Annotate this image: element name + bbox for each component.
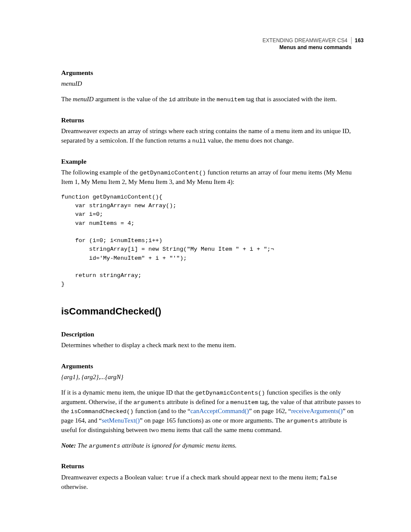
code-inline: arguments — [286, 418, 318, 424]
argument-ref: menuID — [73, 96, 93, 103]
xref-setmenutext[interactable]: setMenuText() — [102, 417, 140, 424]
function-heading: isCommandChecked() — [61, 305, 364, 318]
text-span: The — [61, 96, 73, 103]
example-intro: The following example of the getDynamicC… — [61, 168, 364, 187]
code-inline: true — [165, 475, 179, 481]
code-inline: menuitem — [217, 96, 245, 103]
xref-receivearguments[interactable]: receiveArguments() — [291, 408, 343, 414]
heading-returns: Returns — [61, 115, 364, 125]
returns-paragraph: Dreamweaver expects an array of strings … — [61, 127, 364, 146]
document-page: EXTENDING DREAMWEAVER CS4 163 Menus and … — [0, 0, 411, 532]
page-content: Arguments menuID The menuID argument is … — [61, 68, 364, 492]
heading-example: Example — [61, 157, 364, 166]
code-inline: arguments — [89, 443, 120, 449]
code-inline: getDynamicContent() — [140, 170, 206, 176]
text-span: ” on page 162, “ — [249, 408, 291, 414]
header-top-row: EXTENDING DREAMWEAVER CS4 163 — [262, 37, 364, 44]
code-inline: getDynamicContents() — [195, 390, 265, 396]
text-span: argument is the value of the — [93, 96, 168, 103]
heading-arguments: Arguments — [61, 68, 364, 78]
heading-description: Description — [61, 330, 364, 339]
code-block: function getDynamicContent(){ var string… — [61, 193, 364, 289]
heading-arguments-2: Arguments — [61, 361, 364, 371]
text-span: attribute is ignored for dynamic menu it… — [120, 442, 237, 449]
code-inline: arguments — [134, 399, 165, 406]
code-inline: isCommandChecked() — [71, 408, 134, 415]
text-span: ” on page 165 functions) as one or more … — [140, 417, 286, 424]
text-span: The following example of the — [61, 169, 140, 176]
text-span: tag that is associated with the item. — [245, 96, 337, 103]
page-number: 163 — [351, 37, 364, 44]
returns-paragraph-2: Dreamweaver expects a Boolean value: tru… — [61, 473, 364, 492]
text-span: attribute is defined for a — [165, 398, 230, 405]
text-span: value, the menu does not change. — [206, 137, 293, 144]
note-paragraph: Note: The arguments attribute is ignored… — [61, 441, 364, 451]
code-inline: menuitem — [230, 399, 258, 406]
code-inline: id — [169, 96, 176, 103]
text-span: if a check mark should appear next to th… — [179, 474, 320, 481]
text-span: Dreamweaver expects a Boolean value: — [61, 474, 165, 481]
text-span: If it is a dynamic menu item, the unique… — [61, 389, 195, 396]
text-span: otherwise. — [61, 483, 88, 490]
argument-name: menuID — [61, 79, 364, 89]
text-span: attribute in the — [176, 96, 217, 103]
xref-canacceptcommand[interactable]: canAcceptCommand() — [190, 408, 249, 414]
arguments-detail: If it is a dynamic menu item, the unique… — [61, 388, 364, 435]
code-inline: null — [192, 138, 206, 144]
header-section: Menus and menu commands — [262, 44, 364, 51]
text-span: function (and to the “ — [134, 408, 190, 414]
note-label: Note: — [61, 442, 76, 449]
arguments-paragraph: The menuID argument is the value of the … — [61, 95, 364, 104]
doc-title: EXTENDING DREAMWEAVER CS4 — [262, 37, 351, 44]
text-span: The — [76, 442, 89, 449]
running-header: EXTENDING DREAMWEAVER CS4 163 Menus and … — [262, 37, 364, 51]
code-inline: false — [320, 475, 337, 481]
heading-returns-2: Returns — [61, 461, 364, 471]
arguments-signature: {arg1}, {arg2},...{argN} — [61, 373, 364, 382]
description-paragraph: Determines whether to display a check ma… — [61, 341, 364, 350]
